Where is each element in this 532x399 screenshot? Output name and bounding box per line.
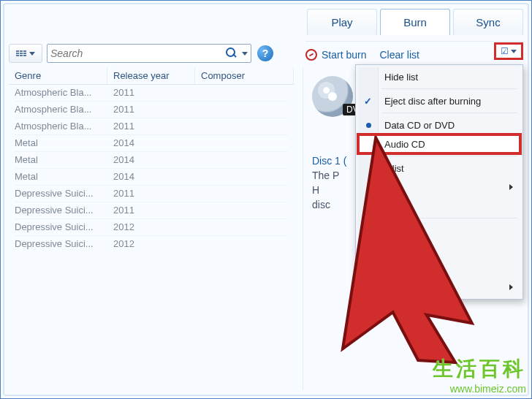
radio-dot-icon	[366, 123, 371, 128]
menu-data-cd-or-dvd[interactable]: Data CD or DVD	[358, 115, 520, 134]
cell-year: 2012	[107, 236, 195, 252]
menu-separator	[381, 156, 517, 156]
cell-year: 2011	[107, 102, 195, 118]
table-row[interactable]: Atmospheric Bla...2011	[9, 118, 294, 134]
burn-toolbar: Start burn Clear list	[305, 41, 523, 66]
cell-genre: Depressive Suici...	[9, 186, 107, 202]
cell-composer	[195, 152, 294, 168]
cell-genre: Metal	[9, 169, 107, 185]
cell-year: 2014	[107, 152, 195, 168]
submenu-arrow-icon	[509, 184, 513, 190]
start-burn-link[interactable]: Start burn	[322, 49, 366, 61]
tab-strip: Play Burn Sync	[307, 9, 523, 35]
cell-year: 2011	[107, 202, 195, 218]
menu-burn-status: rn status	[358, 240, 520, 259]
table-row[interactable]: Depressive Suici...2011	[9, 202, 294, 218]
submenu-arrow-icon	[509, 284, 513, 290]
column-header-release-year[interactable]: Release year	[107, 67, 195, 84]
cell-composer	[195, 219, 294, 235]
library-header-row: Genre Release year Composer	[9, 67, 294, 85]
library-table: Genre Release year Composer Atmospheric …	[9, 67, 294, 252]
menu-separator	[381, 113, 517, 113]
cell-genre: Atmospheric Bla...	[9, 102, 107, 118]
menu-hide-list[interactable]: Hide list	[358, 67, 520, 86]
cell-genre: Depressive Suici...	[9, 219, 107, 235]
cell-year: 2014	[107, 169, 195, 185]
menu-more-burn-options[interactable]: rn options...	[358, 259, 520, 278]
cell-genre: Atmospheric Bla...	[9, 118, 107, 134]
clear-list-link[interactable]: Clear list	[379, 49, 419, 61]
menu-separator	[381, 218, 517, 218]
menu-audio-cd[interactable]: Audio CD	[358, 134, 520, 153]
cell-composer	[195, 102, 294, 118]
table-row[interactable]: Metal2014	[9, 152, 294, 168]
cell-genre: Depressive Suici...	[9, 202, 107, 218]
table-row[interactable]: Atmospheric Bla...2011	[9, 85, 294, 101]
table-row[interactable]: Depressive Suici...2012	[9, 236, 294, 252]
cell-composer	[195, 85, 294, 101]
menu-eject-after-burning[interactable]: ✓Eject disc after burning	[358, 91, 520, 110]
burn-options-context-menu: Hide list ✓Eject disc after burning Data…	[355, 64, 523, 300]
help-button[interactable]: ?	[257, 45, 273, 61]
chevron-down-icon	[29, 52, 35, 56]
burn-options-dropdown-button[interactable]: ☑	[494, 42, 523, 60]
watermark-title: 生活百科	[433, 355, 526, 383]
cell-year: 2014	[107, 135, 195, 151]
burn-disc-icon	[305, 49, 317, 61]
table-row[interactable]: Depressive Suici...2012	[9, 219, 294, 235]
column-header-genre[interactable]: Genre	[9, 67, 107, 84]
watermark: 生活百科 www.bimeiz.com	[433, 355, 526, 395]
view-grid-icon	[16, 50, 26, 56]
cell-composer	[195, 186, 294, 202]
table-row[interactable]: Atmospheric Bla...2011	[9, 102, 294, 118]
tab-burn[interactable]: Burn	[380, 9, 450, 35]
checkmark-icon: ✓	[364, 96, 372, 107]
cell-composer	[195, 202, 294, 218]
tab-sync[interactable]: Sync	[453, 9, 523, 35]
menu-sort-by[interactable]: t by	[358, 178, 520, 197]
search-input-wrapper[interactable]	[47, 44, 251, 63]
menu-shuffle-list[interactable]: e list	[358, 159, 520, 178]
menu-after-burning[interactable]: h burning...	[358, 278, 520, 297]
table-row[interactable]: Metal2014	[9, 169, 294, 185]
cell-genre: Metal	[9, 135, 107, 151]
menu-name-disc[interactable]: disc	[358, 221, 520, 240]
cell-genre: Metal	[9, 152, 107, 168]
cell-year: 2011	[107, 118, 195, 134]
menu-save-list-as[interactable]: st as...	[358, 197, 520, 216]
cell-genre: Atmospheric Bla...	[9, 85, 107, 101]
cell-year: 2011	[107, 186, 195, 202]
search-scope-chevron-icon[interactable]	[242, 52, 248, 56]
cell-composer	[195, 135, 294, 151]
cell-year: 2012	[107, 219, 195, 235]
chevron-down-icon	[511, 50, 517, 53]
checklist-icon: ☑	[501, 46, 509, 56]
cell-year: 2011	[107, 85, 195, 101]
search-icon[interactable]	[226, 48, 238, 59]
search-input[interactable]	[50, 48, 226, 59]
menu-separator	[381, 88, 517, 89]
table-row[interactable]: Depressive Suici...2011	[9, 186, 294, 202]
watermark-url: www.bimeiz.com	[433, 383, 526, 395]
cell-genre: Depressive Suici...	[9, 236, 107, 252]
cell-composer	[195, 118, 294, 134]
table-row[interactable]: Metal2014	[9, 135, 294, 151]
column-header-composer[interactable]: Composer	[195, 67, 294, 84]
tab-play[interactable]: Play	[307, 9, 377, 35]
view-options-button[interactable]	[9, 44, 42, 63]
cell-composer	[195, 169, 294, 185]
cell-composer	[195, 236, 294, 252]
